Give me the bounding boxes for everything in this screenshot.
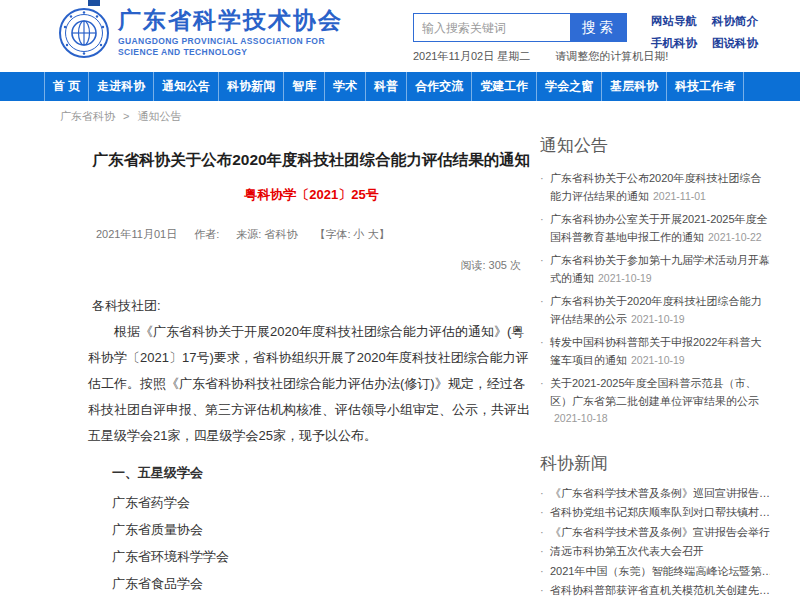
article: 广东省科协关于公布2020年度科技社团综合能力评估结果的通知 粤科协学〔2021… xyxy=(88,124,535,604)
nav-item-academic[interactable]: 学术 xyxy=(325,72,366,101)
bullet-icon: · xyxy=(540,546,544,557)
news-list: ·《广东省科学技术普及条例》巡回宣讲报告… ·省科协党组书记郑庆顺率队到对口帮扶… xyxy=(540,488,770,604)
quick-link-mobile[interactable]: 手机科协 xyxy=(651,36,697,51)
nav-item-news[interactable]: 科协新闻 xyxy=(219,72,284,101)
article-source: 来源: 省科协 xyxy=(236,228,297,240)
logo-ornament xyxy=(88,0,100,6)
society-item: 广东省食品学会 xyxy=(112,577,535,590)
breadcrumb: 广东省科协 > 通知公告 xyxy=(60,109,800,124)
quick-link-about[interactable]: 科协简介 xyxy=(712,14,758,29)
notice-item[interactable]: ·广东省科协关于2020年度科技社团综合能力评估结果的公示2021-10-19 xyxy=(540,293,770,328)
notice-date: 2021-10-19 xyxy=(631,354,685,366)
news-item[interactable]: ·清远市科协第五次代表大会召开 xyxy=(540,546,770,557)
association-emblem-icon xyxy=(58,7,110,59)
notice-date: 2021-11-01 xyxy=(653,190,706,202)
nav-item-about[interactable]: 走进科协 xyxy=(89,72,154,101)
notice-item[interactable]: ·广东省科协关于参加第十九届学术活动月开幕式的通知2021-10-19 xyxy=(540,252,770,287)
bullet-icon: · xyxy=(540,252,544,270)
notice-date: 2021-10-19 xyxy=(631,313,685,325)
date-row: 2021年11月02日 星期二 请调整您的计算机日期! xyxy=(413,49,668,64)
sidebar-notices-title: 通知公告 xyxy=(540,134,770,157)
society-item: 广东省药学会 xyxy=(112,496,535,509)
news-text: 《广东省科学技术普及条例》巡回宣讲报告… xyxy=(550,488,770,499)
quick-link-site-map[interactable]: 网站导航 xyxy=(651,14,697,29)
site-title: 广东省科学技术协会 xyxy=(118,8,343,33)
nav-item-societies[interactable]: 学会之窗 xyxy=(537,72,602,101)
read-count: 305 xyxy=(489,259,507,271)
notices-list: ·广东省科协关于公布2020年度科技社团综合能力评估结果的通知2021-11-0… xyxy=(540,170,770,428)
read-unit: 次 xyxy=(510,259,521,271)
search-input[interactable] xyxy=(413,13,571,42)
society-item: 广东省质量协会 xyxy=(112,523,535,536)
news-item[interactable]: ·2021年中国（东莞）智能终端高峰论坛暨第… xyxy=(540,566,770,577)
site-subtitle-en: GUANGDONG PROVINCIAL ASSOCIATION FOR SCI… xyxy=(118,36,343,58)
bullet-icon: · xyxy=(540,585,544,596)
notice-date: 2021-10-18 xyxy=(554,412,608,424)
document-number: 粤科协学〔2021〕25号 xyxy=(88,186,535,204)
breadcrumb-separator: > xyxy=(123,110,129,122)
logo-text: 广东省科学技术协会 GUANGDONG PROVINCIAL ASSOCIATI… xyxy=(118,8,343,57)
nav-item-cooperation[interactable]: 合作交流 xyxy=(407,72,472,101)
search-zone: 搜索 2021年11月02日 星期二 请调整您的计算机日期! xyxy=(413,13,668,64)
nav-item-science-popularization[interactable]: 科普 xyxy=(366,72,407,101)
news-text: 2021年中国（东莞）智能终端高峰论坛暨第… xyxy=(550,566,770,577)
search-button[interactable]: 搜索 xyxy=(571,13,627,42)
sidebar-news-section: 科协新闻 ·《广东省科学技术普及条例》巡回宣讲报告… ·省科协党组书记郑庆顺率队… xyxy=(540,452,770,604)
bullet-icon: · xyxy=(540,170,544,188)
article-meta: 2021年11月01日 作者: 来源: 省科协 【字体: 小 大】 xyxy=(88,227,535,242)
news-item[interactable]: ·省科协党组书记郑庆顺率队到对口帮扶镇村… xyxy=(540,507,770,518)
read-label: 阅读: xyxy=(460,259,485,271)
news-item[interactable]: ·省科协科普部获评省直机关模范机关创建先… xyxy=(540,585,770,596)
society-item: 广东省环境科学学会 xyxy=(112,550,535,563)
notice-item[interactable]: ·转发中国科协科普部关于申报2022年科普大篷车项目的通知2021-10-19 xyxy=(540,334,770,369)
news-text: 《广东省科学技术普及条例》宣讲报告会举行 xyxy=(550,527,770,538)
notice-item[interactable]: ·关于2021-2025年度全国科普示范县（市、区）广东省第二批创建单位评审结果… xyxy=(540,375,770,428)
article-title: 广东省科协关于公布2020年度科技社团综合能力评估结果的通知 xyxy=(88,150,535,171)
nav-item-sci-tech-workers[interactable]: 科技工作者 xyxy=(667,72,744,101)
nav-item-notices[interactable]: 通知公告 xyxy=(154,72,219,101)
bullet-icon: · xyxy=(540,527,544,538)
notice-item[interactable]: ·广东省科协办公室关于开展2021-2025年度全国科普教育基地申报工作的通知2… xyxy=(540,211,770,246)
notice-date: 2021-10-22 xyxy=(708,231,762,243)
bullet-icon: · xyxy=(540,566,544,577)
article-body: 各科技社团: 根据《广东省科协关于开展2020年度科技社团综合能力评估的通知》(… xyxy=(88,297,535,604)
article-date: 2021年11月01日 xyxy=(96,228,177,240)
site-subtitle-line1: GUANGDONG PROVINCIAL ASSOCIATION FOR xyxy=(118,36,325,46)
sidebar-news-title: 科协新闻 xyxy=(540,452,770,475)
content-area: 广东省科协关于公布2020年度科技社团综合能力评估结果的通知 粤科协学〔2021… xyxy=(0,124,800,604)
nav-item-thinktank[interactable]: 智库 xyxy=(284,72,325,101)
salutation: 各科技社团: xyxy=(88,297,535,315)
nav-item-home[interactable]: 首 页 xyxy=(44,72,89,101)
nav-item-grassroots[interactable]: 基层科协 xyxy=(602,72,667,101)
font-size-control[interactable]: 【字体: 小 大】 xyxy=(315,228,390,240)
notice-text: 关于2021-2025年度全国科普示范县（市、区）广东省第二批创建单位评审结果的… xyxy=(550,377,759,407)
breadcrumb-home[interactable]: 广东省科协 xyxy=(60,110,115,122)
news-item[interactable]: ·《广东省科学技术普及条例》宣讲报告会举行 xyxy=(540,527,770,538)
bullet-icon: · xyxy=(540,488,544,499)
section-heading-five-star: 一、五星级学会 xyxy=(88,464,535,482)
breadcrumb-current[interactable]: 通知公告 xyxy=(138,110,182,122)
date-warning: 请调整您的计算机日期! xyxy=(555,50,668,62)
quick-link-pictures[interactable]: 图说科协 xyxy=(712,36,758,51)
read-count-row: 阅读: 305 次 xyxy=(88,258,535,273)
site-subtitle-line2: SCIENCE AND TECHNOLOGY xyxy=(118,47,247,57)
bullet-icon: · xyxy=(540,375,544,393)
quick-links: 网站导航 科协简介 手机科协 图说科协 xyxy=(651,14,758,51)
news-text: 清远市科协第五次代表大会召开 xyxy=(550,546,704,557)
sidebar: 通知公告 ·广东省科协关于公布2020年度科技社团综合能力评估结果的通知2021… xyxy=(540,124,770,604)
bullet-icon: · xyxy=(540,293,544,311)
current-date: 2021年11月02日 星期二 xyxy=(413,50,530,62)
news-text: 省科协党组书记郑庆顺率队到对口帮扶镇村… xyxy=(550,507,770,518)
site-logo[interactable]: 广东省科学技术协会 GUANGDONG PROVINCIAL ASSOCIATI… xyxy=(58,7,343,59)
main-nav: 首 页 走进科协 通知公告 科协新闻 智库 学术 科普 合作交流 党建工作 学会… xyxy=(0,72,800,101)
nav-item-party-building[interactable]: 党建工作 xyxy=(472,72,537,101)
bullet-icon: · xyxy=(540,334,544,352)
article-paragraph: 根据《广东省科协关于开展2020年度科技社团综合能力评估的通知》(粤科协学〔20… xyxy=(88,319,535,449)
article-author-label: 作者: xyxy=(194,228,219,240)
site-header: 广东省科学技术协会 GUANGDONG PROVINCIAL ASSOCIATI… xyxy=(0,0,800,72)
news-item[interactable]: ·《广东省科学技术普及条例》巡回宣讲报告… xyxy=(540,488,770,499)
notice-text: 广东省科协关于参加第十九届学术活动月开幕式的通知 xyxy=(550,254,770,284)
news-text: 省科协科普部获评省直机关模范机关创建先… xyxy=(550,585,770,596)
notice-item[interactable]: ·广东省科协关于公布2020年度科技社团综合能力评估结果的通知2021-11-0… xyxy=(540,170,770,205)
bullet-icon: · xyxy=(540,211,544,229)
